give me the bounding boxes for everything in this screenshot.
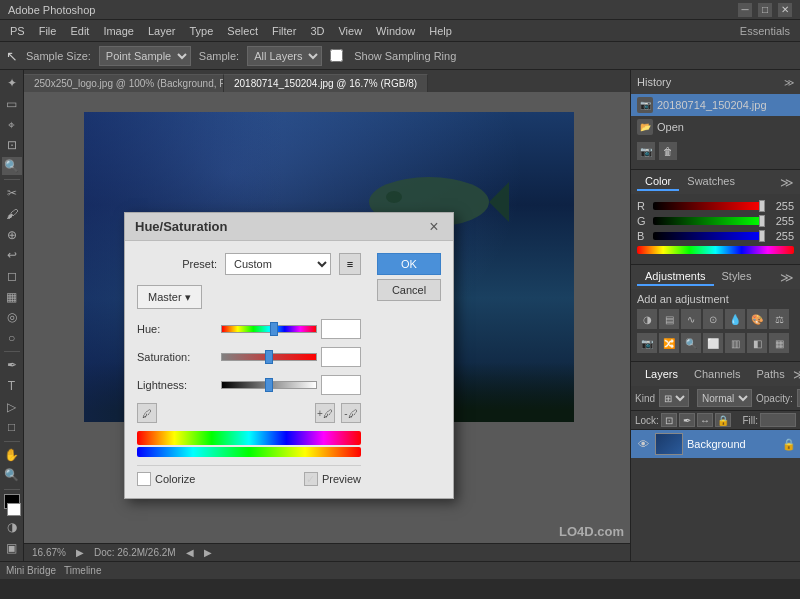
menu-image[interactable]: Image	[97, 23, 140, 39]
tab-styles[interactable]: Styles	[714, 268, 760, 286]
tab-color[interactable]: Color	[637, 173, 679, 191]
red-slider[interactable]	[653, 202, 762, 210]
eraser-tool[interactable]: ◻	[2, 267, 22, 286]
curves-btn[interactable]: ∿	[681, 309, 701, 329]
hand-tool[interactable]: ✋	[2, 445, 22, 464]
tab-logo[interactable]: 250x250_logo.jpg @ 100% (Background, RGB…	[24, 74, 224, 92]
background-layer[interactable]: 👁 Background 🔒	[631, 430, 800, 458]
threshold-btn[interactable]: ◧	[747, 333, 767, 353]
menu-3d[interactable]: 3D	[304, 23, 330, 39]
show-sampling-ring-checkbox[interactable]	[330, 49, 343, 62]
vibrance-btn[interactable]: 💧	[725, 309, 745, 329]
preview-checkbox[interactable]: ✓	[304, 472, 318, 486]
adj-panel-menu-btn[interactable]: ≫	[780, 270, 794, 285]
brightness-contrast-btn[interactable]: ◑	[637, 309, 657, 329]
quick-mask-toggle[interactable]: ◑	[2, 518, 22, 537]
text-tool[interactable]: T	[2, 377, 22, 396]
hue-sat-btn[interactable]: 🎨	[747, 309, 767, 329]
sample-all-icon[interactable]: +🖊	[315, 403, 335, 423]
lightness-value-input[interactable]: 0	[321, 375, 361, 395]
path-select-tool[interactable]: ▷	[2, 397, 22, 416]
layer-kind-filter[interactable]: ⊞	[659, 389, 689, 407]
saturation-value-input[interactable]: 0	[321, 347, 361, 367]
dodge-tool[interactable]: ○	[2, 328, 22, 347]
tab-photo[interactable]: 20180714_150204.jpg @ 16.7% (RGB/8)	[224, 74, 428, 92]
ok-button[interactable]: OK	[377, 253, 441, 275]
lock-image-btn[interactable]: ✒	[679, 413, 695, 427]
hue-value-input[interactable]: +35	[321, 319, 361, 339]
lightness-slider-thumb[interactable]	[265, 378, 273, 392]
brush-tool[interactable]: 🖌	[2, 205, 22, 224]
history-item-open[interactable]: 📂 Open	[631, 116, 800, 138]
close-button[interactable]: ✕	[778, 3, 792, 17]
nav-arrow-left[interactable]: ◀	[186, 547, 194, 558]
pen-tool[interactable]: ✒	[2, 356, 22, 375]
crop-tool[interactable]: ⊡	[2, 136, 22, 155]
lock-transparent-btn[interactable]: ⊡	[661, 413, 677, 427]
background-color[interactable]	[7, 503, 21, 516]
clone-tool[interactable]: ⊕	[2, 225, 22, 244]
tab-adjustments[interactable]: Adjustments	[637, 268, 714, 286]
color-lookup-btn[interactable]: 🔍	[681, 333, 701, 353]
gradient-tool[interactable]: ▦	[2, 287, 22, 306]
menu-edit[interactable]: Edit	[64, 23, 95, 39]
tab-channels[interactable]: Channels	[686, 366, 748, 382]
history-brush-tool[interactable]: ↩	[2, 246, 22, 265]
menu-help[interactable]: Help	[423, 23, 458, 39]
menu-window[interactable]: Window	[370, 23, 421, 39]
posterize-btn[interactable]: ▥	[725, 333, 745, 353]
mini-bridge-tab[interactable]: Mini Bridge	[6, 565, 56, 576]
menu-ps[interactable]: PS	[4, 23, 31, 39]
photo-filter-btn[interactable]: 📷	[637, 333, 657, 353]
zoom-tool[interactable]: 🔍	[2, 466, 22, 485]
colorize-checkbox[interactable]	[137, 472, 151, 486]
menu-select[interactable]: Select	[221, 23, 264, 39]
exposure-btn[interactable]: ⊙	[703, 309, 723, 329]
sample-tool-icon[interactable]: 🖊	[137, 403, 157, 423]
history-delete-btn[interactable]: 🗑	[659, 142, 677, 160]
saturation-slider-thumb[interactable]	[265, 350, 273, 364]
history-new-snapshot-btn[interactable]: 📷	[637, 142, 655, 160]
tab-paths[interactable]: Paths	[749, 366, 793, 382]
dialog-close-button[interactable]: ×	[425, 218, 443, 236]
menu-filter[interactable]: Filter	[266, 23, 302, 39]
menu-type[interactable]: Type	[184, 23, 220, 39]
fill-input[interactable]: 100%	[760, 413, 796, 427]
maximize-button[interactable]: □	[758, 3, 772, 17]
layer-blend-mode[interactable]: Normal	[697, 389, 752, 407]
cancel-button[interactable]: Cancel	[377, 279, 441, 301]
lock-position-btn[interactable]: ↔	[697, 413, 713, 427]
move-tool[interactable]: ✦	[2, 74, 22, 93]
layer-visibility-icon[interactable]: 👁	[635, 436, 651, 452]
timeline-tab[interactable]: Timeline	[64, 565, 101, 576]
select-rect-tool[interactable]: ▭	[2, 95, 22, 114]
menu-file[interactable]: File	[33, 23, 63, 39]
shape-tool[interactable]: □	[2, 418, 22, 437]
channel-select-button[interactable]: Master ▾	[137, 285, 202, 309]
menu-view[interactable]: View	[332, 23, 368, 39]
gradient-map-btn[interactable]: ▦	[769, 333, 789, 353]
eyedropper-tool[interactable]: 🔍	[2, 157, 22, 176]
sample-select[interactable]: All Layers	[247, 46, 322, 66]
sample-subtract-icon[interactable]: -🖊	[341, 403, 361, 423]
preset-menu-button[interactable]: ≡	[339, 253, 361, 275]
history-item-photo[interactable]: 📷 20180714_150204.jpg	[631, 94, 800, 116]
color-panel-menu-btn[interactable]: ≫	[780, 175, 794, 190]
minimize-button[interactable]: ─	[738, 3, 752, 17]
lock-all-btn[interactable]: 🔒	[715, 413, 731, 427]
sample-size-select[interactable]: Point Sample	[99, 46, 191, 66]
history-menu-btn[interactable]: ≫	[784, 77, 794, 88]
hue-slider-thumb[interactable]	[270, 322, 278, 336]
menu-layer[interactable]: Layer	[142, 23, 182, 39]
nav-arrow-right[interactable]: ▶	[204, 547, 212, 558]
tab-layers[interactable]: Layers	[637, 366, 686, 382]
channel-mixer-btn[interactable]: 🔀	[659, 333, 679, 353]
healing-tool[interactable]: ✂	[2, 184, 22, 203]
layers-panel-menu-btn[interactable]: ≫	[793, 367, 800, 382]
screen-mode-toggle[interactable]: ▣	[2, 538, 22, 557]
color-balance-btn[interactable]: ⚖	[769, 309, 789, 329]
levels-btn[interactable]: ▤	[659, 309, 679, 329]
lasso-tool[interactable]: ⌖	[2, 115, 22, 134]
tab-swatches[interactable]: Swatches	[679, 173, 743, 191]
blue-slider[interactable]	[653, 232, 762, 240]
